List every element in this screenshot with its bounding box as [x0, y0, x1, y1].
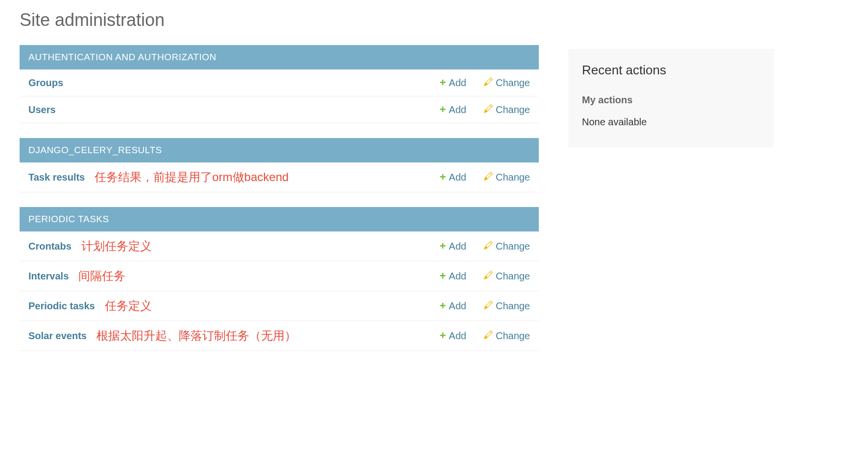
- pencil-icon: [484, 330, 493, 342]
- model-actions: +AddChange: [439, 270, 530, 282]
- model-actions: +AddChange: [439, 103, 530, 116]
- add-link[interactable]: +Add: [439, 300, 466, 312]
- model-actions: +AddChange: [439, 329, 530, 342]
- model-link[interactable]: Task results: [28, 172, 85, 183]
- plus-icon: +: [439, 329, 446, 342]
- model-actions: +AddChange: [439, 240, 530, 253]
- model-row: Groups+AddChange: [20, 69, 539, 96]
- pencil-icon: [484, 300, 493, 312]
- add-label: Add: [449, 330, 466, 342]
- change-link[interactable]: Change: [484, 104, 530, 115]
- change-link[interactable]: Change: [484, 77, 530, 89]
- pencil-icon: [484, 172, 493, 183]
- plus-icon: +: [439, 103, 446, 116]
- add-link[interactable]: +Add: [439, 76, 466, 89]
- model-link[interactable]: Groups: [28, 77, 63, 89]
- plus-icon: +: [439, 300, 446, 312]
- model-row: Intervals间隔任务+AddChange: [20, 261, 539, 291]
- add-link[interactable]: +Add: [439, 103, 466, 116]
- recent-actions-empty: None available: [582, 116, 760, 128]
- recent-actions-title: Recent actions: [582, 63, 760, 78]
- change-link[interactable]: Change: [484, 300, 530, 312]
- model-link[interactable]: Users: [28, 104, 56, 115]
- pencil-icon: [484, 271, 493, 282]
- model-link[interactable]: Crontabs: [28, 241, 72, 252]
- add-label: Add: [449, 172, 466, 183]
- page-title: Site administration: [20, 10, 539, 30]
- module: PERIODIC TASKSCrontabs计划任务定义+AddChangeIn…: [20, 207, 539, 351]
- pencil-icon: [484, 104, 493, 115]
- recent-actions-panel: Recent actions My actions None available: [568, 49, 774, 147]
- model-link[interactable]: Intervals: [28, 271, 69, 282]
- model-actions: +AddChange: [439, 171, 530, 184]
- model-actions: +AddChange: [439, 300, 530, 312]
- model-annotation: 计划任务定义: [81, 238, 440, 254]
- change-link[interactable]: Change: [484, 241, 530, 252]
- change-link[interactable]: Change: [484, 271, 530, 282]
- model-row: Periodic tasks任务定义+AddChange: [20, 291, 539, 321]
- change-link[interactable]: Change: [484, 172, 530, 183]
- model-annotation: 根据太阳升起、降落订制任务（无用）: [96, 328, 440, 344]
- change-label: Change: [496, 172, 530, 183]
- add-link[interactable]: +Add: [439, 329, 466, 342]
- add-link[interactable]: +Add: [439, 270, 466, 282]
- add-label: Add: [449, 300, 466, 312]
- model-row: Users+AddChange: [20, 96, 539, 123]
- add-label: Add: [449, 77, 466, 89]
- model-annotation: 间隔任务: [78, 268, 439, 284]
- add-label: Add: [449, 104, 466, 115]
- add-label: Add: [449, 241, 466, 252]
- model-link[interactable]: Solar events: [28, 330, 87, 342]
- change-label: Change: [496, 300, 530, 312]
- change-label: Change: [496, 271, 530, 282]
- plus-icon: +: [439, 270, 446, 282]
- model-link[interactable]: Periodic tasks: [28, 300, 95, 312]
- module-header[interactable]: DJANGO_CELERY_RESULTS: [20, 138, 539, 162]
- module: AUTHENTICATION AND AUTHORIZATIONGroups+A…: [20, 45, 539, 123]
- change-label: Change: [496, 77, 530, 89]
- model-row: Solar events根据太阳升起、降落订制任务（无用）+AddChange: [20, 321, 539, 351]
- pencil-icon: [484, 77, 493, 89]
- my-actions-heading: My actions: [582, 94, 760, 106]
- plus-icon: +: [439, 76, 446, 89]
- add-label: Add: [449, 271, 466, 282]
- model-annotation: 任务结果，前提是用了orm做backend: [95, 169, 439, 185]
- plus-icon: +: [439, 171, 446, 184]
- change-label: Change: [496, 241, 530, 252]
- module-header[interactable]: PERIODIC TASKS: [20, 207, 539, 231]
- module-header[interactable]: AUTHENTICATION AND AUTHORIZATION: [20, 45, 539, 69]
- change-label: Change: [496, 330, 530, 342]
- change-label: Change: [496, 104, 530, 115]
- pencil-icon: [484, 241, 493, 252]
- model-row: Crontabs计划任务定义+AddChange: [20, 231, 539, 261]
- module: DJANGO_CELERY_RESULTSTask results任务结果，前提…: [20, 138, 539, 192]
- model-actions: +AddChange: [439, 76, 530, 89]
- model-row: Task results任务结果，前提是用了orm做backend+AddCha…: [20, 162, 539, 192]
- add-link[interactable]: +Add: [439, 171, 466, 184]
- plus-icon: +: [439, 240, 446, 253]
- add-link[interactable]: +Add: [439, 240, 466, 253]
- model-annotation: 任务定义: [105, 298, 440, 314]
- change-link[interactable]: Change: [484, 330, 530, 342]
